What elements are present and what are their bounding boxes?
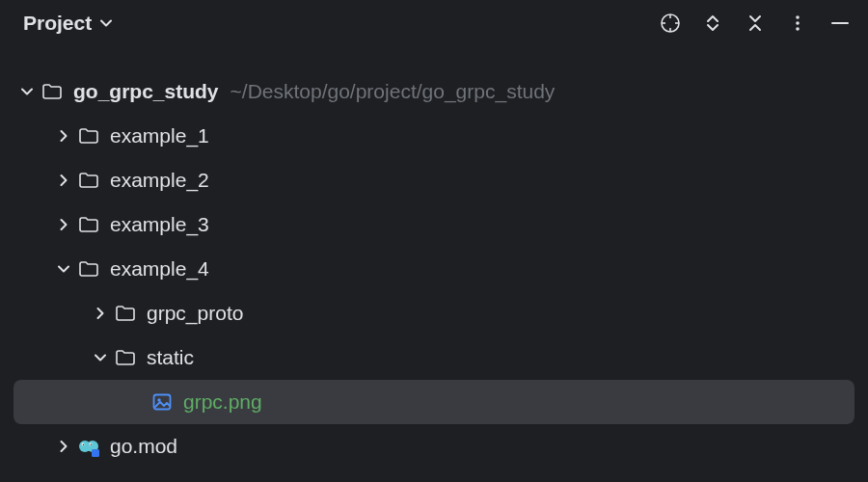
chevron-right-icon[interactable] — [50, 218, 77, 231]
toolbar-actions — [660, 13, 851, 34]
tree-item-label: grpc_proto — [147, 302, 243, 325]
svg-rect-9 — [154, 395, 171, 410]
tree-folder-grpc-proto[interactable]: grpc_proto — [14, 291, 854, 335]
project-title: Project — [23, 12, 92, 35]
folder-icon — [77, 169, 100, 192]
svg-point-14 — [83, 444, 84, 445]
svg-point-16 — [91, 444, 92, 445]
chevron-right-icon[interactable] — [87, 307, 114, 320]
chevron-down-icon — [99, 16, 113, 30]
chevron-down-icon[interactable] — [50, 262, 77, 276]
tree-item-label: example_3 — [110, 213, 209, 236]
svg-point-7 — [796, 27, 800, 31]
collapse-all-icon[interactable] — [745, 13, 766, 34]
image-file-icon — [150, 390, 174, 414]
chevron-right-icon[interactable] — [50, 440, 77, 453]
folder-icon — [114, 302, 137, 325]
tree-item-label: example_2 — [110, 169, 209, 192]
hide-panel-icon[interactable] — [829, 13, 851, 34]
chevron-down-icon[interactable] — [87, 351, 114, 364]
tree-folder-example-4[interactable]: example_4 — [14, 247, 854, 291]
tree-item-label: example_4 — [110, 257, 209, 281]
svg-point-5 — [796, 15, 800, 19]
tree-file-go-mod[interactable]: go.mod — [14, 424, 854, 469]
tree-item-label: go.mod — [110, 435, 177, 458]
tree-item-label: example_1 — [110, 124, 209, 147]
tree-item-label: static — [147, 346, 194, 369]
folder-icon — [77, 124, 100, 147]
folder-icon — [41, 80, 64, 103]
svg-point-6 — [796, 21, 800, 25]
tree-folder-example-1[interactable]: example_1 — [14, 114, 854, 158]
select-opened-file-icon[interactable] — [660, 13, 681, 34]
tree-root-row[interactable]: go_grpc_study ~/Desktop/go/project/go_gr… — [14, 69, 854, 114]
tree-folder-static[interactable]: static — [14, 335, 854, 380]
tree-folder-example-2[interactable]: example_2 — [14, 158, 854, 202]
tree-file-grpc-png[interactable]: grpc.png — [14, 380, 854, 424]
project-toolbar: Project — [0, 0, 868, 46]
chevron-right-icon[interactable] — [50, 129, 77, 143]
more-options-icon[interactable] — [787, 13, 808, 34]
folder-icon — [77, 213, 100, 236]
project-title-dropdown[interactable]: Project — [23, 12, 113, 35]
tree-root-path: ~/Desktop/go/project/go_grpc_study — [231, 80, 556, 103]
folder-icon — [77, 257, 100, 281]
go-file-icon — [77, 435, 100, 458]
tree-item-label: grpc.png — [183, 390, 262, 414]
chevron-right-icon[interactable] — [50, 174, 77, 187]
project-tree: go_grpc_study ~/Desktop/go/project/go_gr… — [0, 46, 868, 469]
chevron-down-icon[interactable] — [14, 85, 41, 98]
tree-root-label: go_grpc_study — [73, 80, 219, 103]
expand-all-icon[interactable] — [702, 13, 723, 34]
folder-icon — [114, 346, 137, 369]
tree-folder-example-3[interactable]: example_3 — [14, 202, 854, 247]
svg-rect-17 — [92, 449, 99, 457]
